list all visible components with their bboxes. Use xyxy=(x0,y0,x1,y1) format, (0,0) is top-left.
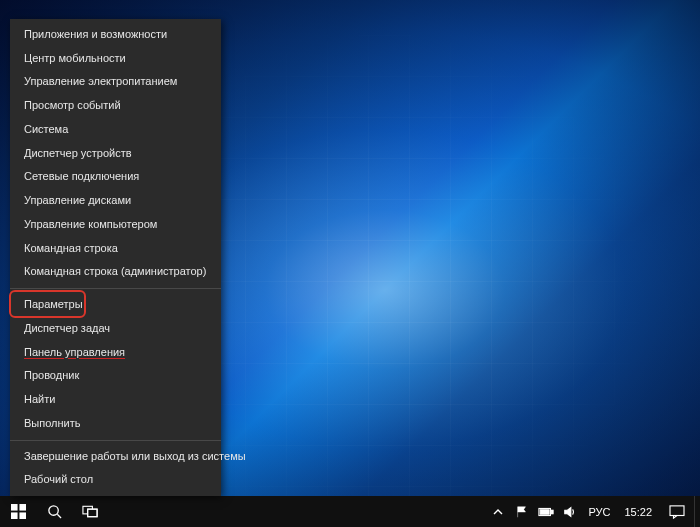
flag-icon xyxy=(515,505,529,519)
battery-icon xyxy=(538,507,554,517)
task-view-icon xyxy=(82,505,99,518)
menu-item-label: Просмотр событий xyxy=(24,99,121,111)
winx-context-menu: Приложения и возможностиЦентр мобильност… xyxy=(10,19,221,496)
windows-logo-icon xyxy=(11,504,26,519)
menu-separator xyxy=(10,288,221,289)
volume-icon xyxy=(563,505,577,519)
menu-item-disk-management[interactable]: Управление дисками xyxy=(10,189,221,213)
search-icon xyxy=(47,504,62,519)
menu-item-shutdown-signout[interactable]: Завершение работы или выход из системы xyxy=(10,445,221,469)
svg-line-5 xyxy=(57,514,61,518)
menu-item-power-options[interactable]: Управление электропитанием xyxy=(10,70,221,94)
menu-item-label: Приложения и возможности xyxy=(24,28,167,40)
svg-rect-3 xyxy=(19,512,26,519)
menu-item-system[interactable]: Система xyxy=(10,118,221,142)
search-button[interactable] xyxy=(36,496,72,527)
menu-item-label: Панель управления xyxy=(24,346,125,358)
menu-item-label: Выполнить xyxy=(24,417,80,429)
menu-item-label: Командная строка xyxy=(24,242,118,254)
svg-rect-7 xyxy=(87,509,96,517)
menu-item-task-manager[interactable]: Диспетчер задач xyxy=(10,317,221,341)
menu-item-command-prompt-admin[interactable]: Командная строка (администратор) xyxy=(10,260,221,284)
svg-point-4 xyxy=(48,506,57,515)
menu-item-settings[interactable]: Параметры xyxy=(10,293,221,317)
menu-item-control-panel[interactable]: Панель управления xyxy=(10,341,221,365)
menu-item-label: Управление компьютером xyxy=(24,218,157,230)
menu-item-label: Управление дисками xyxy=(24,194,131,206)
menu-item-network-connections[interactable]: Сетевые подключения xyxy=(10,165,221,189)
chevron-up-icon xyxy=(493,507,503,517)
menu-separator xyxy=(10,440,221,441)
svg-rect-12 xyxy=(670,505,684,515)
taskbar-clock[interactable]: 15:22 xyxy=(616,496,660,527)
menu-item-apps-features[interactable]: Приложения и возможности xyxy=(10,23,221,47)
clock-text: 15:22 xyxy=(624,506,652,518)
system-tray: РУС 15:22 xyxy=(486,496,700,527)
svg-rect-0 xyxy=(11,504,18,511)
menu-item-label: Управление электропитанием xyxy=(24,75,177,87)
tray-battery-icon[interactable] xyxy=(534,496,558,527)
tray-overflow-button[interactable] xyxy=(486,496,510,527)
menu-item-file-explorer[interactable]: Проводник xyxy=(10,364,221,388)
menu-item-label: Параметры xyxy=(24,298,83,310)
menu-item-label: Диспетчер устройств xyxy=(24,147,132,159)
menu-item-computer-management[interactable]: Управление компьютером xyxy=(10,213,221,237)
language-label: РУС xyxy=(588,506,610,518)
menu-item-label: Найти xyxy=(24,393,55,405)
menu-item-search[interactable]: Найти xyxy=(10,388,221,412)
language-indicator[interactable]: РУС xyxy=(582,496,616,527)
tray-volume-icon[interactable] xyxy=(558,496,582,527)
menu-item-label: Завершение работы или выход из системы xyxy=(24,450,246,462)
menu-item-event-viewer[interactable]: Просмотр событий xyxy=(10,94,221,118)
action-center-button[interactable] xyxy=(660,496,694,527)
svg-rect-10 xyxy=(552,510,554,514)
menu-item-mobility-center[interactable]: Центр мобильности xyxy=(10,47,221,71)
menu-item-run[interactable]: Выполнить xyxy=(10,412,221,436)
svg-rect-11 xyxy=(541,509,550,513)
menu-item-label: Рабочий стол xyxy=(24,473,93,485)
menu-item-label: Система xyxy=(24,123,68,135)
task-view-button[interactable] xyxy=(72,496,108,527)
menu-item-label: Центр мобильности xyxy=(24,52,126,64)
menu-item-desktop[interactable]: Рабочий стол xyxy=(10,468,221,492)
show-desktop-button[interactable] xyxy=(694,496,700,527)
notification-icon xyxy=(669,505,685,519)
tray-security-icon[interactable] xyxy=(510,496,534,527)
menu-item-label: Диспетчер задач xyxy=(24,322,110,334)
svg-rect-1 xyxy=(19,504,26,511)
menu-item-label: Командная строка (администратор) xyxy=(24,265,206,277)
taskbar: РУС 15:22 xyxy=(0,496,700,527)
menu-item-command-prompt[interactable]: Командная строка xyxy=(10,237,221,261)
start-button[interactable] xyxy=(0,496,36,527)
menu-item-label: Проводник xyxy=(24,369,79,381)
menu-item-device-manager[interactable]: Диспетчер устройств xyxy=(10,142,221,166)
menu-item-label: Сетевые подключения xyxy=(24,170,139,182)
svg-rect-2 xyxy=(11,512,18,519)
